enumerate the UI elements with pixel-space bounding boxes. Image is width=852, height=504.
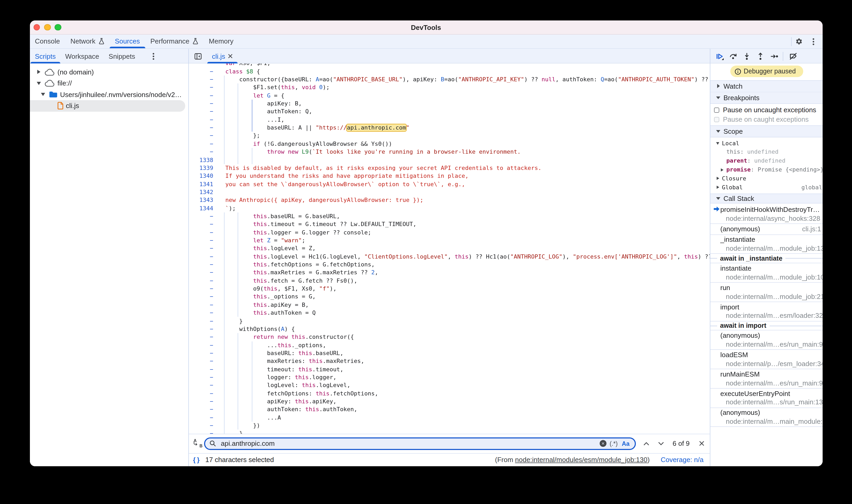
deactivate-breakpoints-button[interactable] — [786, 50, 800, 62]
section-call-stack[interactable]: Call Stack — [710, 194, 822, 203]
gutter-line-number[interactable]: 1342 — [188, 188, 213, 196]
call-stack-frame[interactable]: promiseInitHookWithDestroyTr…node:intern… — [710, 203, 822, 224]
sidebar-tab-workspace[interactable]: Workspace — [60, 49, 104, 64]
gutter-line-number[interactable]: 1341 — [188, 180, 213, 188]
gutter-dash[interactable]: − — [188, 220, 213, 229]
chevron-down-icon[interactable] — [36, 82, 41, 85]
sidebar-menu-button[interactable] — [146, 49, 161, 64]
step-button[interactable] — [767, 50, 781, 62]
gutter-dash[interactable]: − — [188, 317, 213, 325]
call-stack-frame[interactable]: instantiatenode:internal/m…module_job:10… — [710, 264, 822, 283]
gutter-dash[interactable]: − — [188, 140, 213, 148]
regex-toggle[interactable]: (.*) — [610, 440, 618, 447]
gutter-dash[interactable]: − — [188, 236, 213, 245]
gutter-dash[interactable]: − — [188, 357, 213, 365]
gutter-dash[interactable]: − — [188, 148, 213, 156]
gutter-dash[interactable]: − — [188, 406, 213, 414]
tree-item--no-domain-[interactable]: (no domain) — [30, 66, 188, 78]
gutter-dash[interactable]: − — [188, 91, 213, 100]
tab-sources[interactable]: Sources — [110, 34, 145, 48]
gutter-dash[interactable]: − — [188, 84, 213, 92]
gutter-line-number[interactable]: 1339 — [188, 164, 213, 172]
source-link[interactable]: node:internal/modules/esm/module_job:130 — [515, 456, 647, 464]
scope-property-parent[interactable]: parent: undefined — [710, 157, 822, 165]
gutter-dash[interactable]: − — [188, 253, 213, 260]
step-over-button[interactable] — [726, 50, 740, 62]
gutter-dash[interactable]: − — [188, 124, 213, 132]
sidebar-tab-scripts[interactable]: Scripts — [30, 49, 60, 64]
main-menu-button[interactable] — [806, 35, 821, 48]
previous-match-button[interactable] — [640, 437, 653, 450]
chevron-right-icon[interactable] — [715, 177, 720, 180]
clear-search-button[interactable]: × — [600, 440, 606, 447]
step-into-button[interactable] — [740, 50, 753, 62]
resume-button[interactable] — [713, 50, 726, 62]
tree-item-file-[interactable]: file:// — [30, 78, 188, 89]
call-stack-frame[interactable]: (anonymous)cli.js:1 — [710, 224, 822, 235]
gutter-dash[interactable]: − — [188, 333, 213, 341]
gutter-dash[interactable]: − — [188, 67, 213, 75]
call-stack-frame[interactable]: executeUserEntryPointnode:internal/m…s/r… — [710, 389, 822, 408]
gutter-line-number[interactable]: 1338 — [188, 156, 213, 164]
settings-button[interactable] — [792, 35, 806, 48]
section-watch[interactable]: Watch — [710, 80, 822, 91]
pretty-print-button[interactable]: { } — [193, 456, 200, 464]
chevron-down-icon[interactable] — [41, 93, 46, 96]
call-stack-frame[interactable]: runMainESMnode:internal/m…es/run_main:98 — [710, 369, 822, 389]
collapse-sidebar-button[interactable] — [192, 50, 204, 62]
tab-network[interactable]: Network — [65, 34, 109, 48]
tree-item-users-jinhuilee-nvm-versions-node-v2-[interactable]: Users/jinhuilee/.nvm/versions/node/v2… — [30, 89, 188, 100]
match-case-toggle[interactable]: Aa — [622, 440, 629, 447]
gutter-dash[interactable]: − — [188, 269, 213, 277]
gutter-dash[interactable]: − — [188, 365, 213, 373]
gutter-dash[interactable]: − — [188, 309, 213, 317]
gutter-dash[interactable]: − — [188, 349, 213, 357]
gutter-dash[interactable]: − — [188, 260, 213, 269]
tab-memory[interactable]: Memory — [203, 34, 239, 48]
scope-property-this[interactable]: this: undefined — [710, 148, 822, 157]
search-input[interactable]: api.anthropic.com × (.*) Aa — [204, 437, 636, 450]
call-stack-frame[interactable]: loadESMnode:internal/p…/esm_loader:34 — [710, 350, 822, 370]
section-scope[interactable]: Scope — [710, 125, 822, 137]
chevron-right-icon[interactable] — [36, 70, 41, 74]
gutter-line-number[interactable]: 1344 — [188, 204, 213, 212]
gutter-dash[interactable]: − — [188, 100, 213, 108]
code-editor[interactable]: − var Xs0, $F1;− class $8 {− constructor… — [188, 64, 710, 434]
chevron-right-icon[interactable] — [720, 168, 724, 171]
close-search-button[interactable] — [695, 437, 708, 450]
gutter-dash[interactable]: − — [188, 116, 213, 124]
gutter-dash[interactable]: − — [188, 381, 213, 390]
coverage-link[interactable]: Coverage: n/a — [661, 456, 704, 464]
sidebar-tab-snippets[interactable]: Snippets — [104, 49, 140, 64]
scope-global[interactable]: Globalglobal — [710, 183, 822, 192]
gutter-dash[interactable]: − — [188, 414, 213, 422]
call-stack-frame[interactable]: (anonymous)node:internal/m…es/run_main:9… — [710, 331, 822, 350]
panel-separator[interactable] — [710, 49, 710, 466]
gutter-dash[interactable]: − — [188, 325, 213, 333]
gutter-dash[interactable]: − — [188, 212, 213, 220]
chevron-right-icon[interactable] — [715, 186, 720, 189]
tab-performance[interactable]: Performance — [145, 34, 203, 48]
editor-tab-cli-js[interactable]: cli.js — [207, 49, 238, 64]
gutter-dash[interactable]: − — [188, 285, 213, 293]
gutter-dash[interactable]: − — [188, 245, 213, 253]
chevron-down-icon[interactable] — [715, 142, 720, 144]
gutter-dash[interactable]: − — [188, 75, 213, 84]
section-breakpoints[interactable]: Breakpoints — [710, 91, 822, 103]
gutter-dash[interactable]: − — [188, 277, 213, 285]
tab-console[interactable]: Console — [30, 34, 65, 48]
gutter-dash[interactable]: − — [188, 64, 213, 67]
gutter-dash[interactable]: − — [188, 301, 213, 309]
tree-item-cli-js[interactable]: cli.js — [30, 100, 185, 111]
gutter-dash[interactable]: − — [188, 430, 213, 434]
gutter-line-number[interactable]: 1343 — [188, 196, 213, 204]
checkbox[interactable] — [714, 107, 719, 113]
replace-toggle-button[interactable]: A B — [193, 439, 203, 448]
scope-local[interactable]: Local — [710, 139, 822, 148]
gutter-line-number[interactable]: 1340 — [188, 172, 213, 180]
scope-property-promise[interactable]: promise: Promise {<pending>} — [710, 165, 822, 174]
close-tab-icon[interactable] — [228, 54, 233, 59]
gutter-dash[interactable]: − — [188, 293, 213, 301]
next-match-button[interactable] — [655, 437, 667, 450]
call-stack-frame[interactable]: (anonymous)node:internal/m…main_module:2 — [710, 408, 822, 427]
